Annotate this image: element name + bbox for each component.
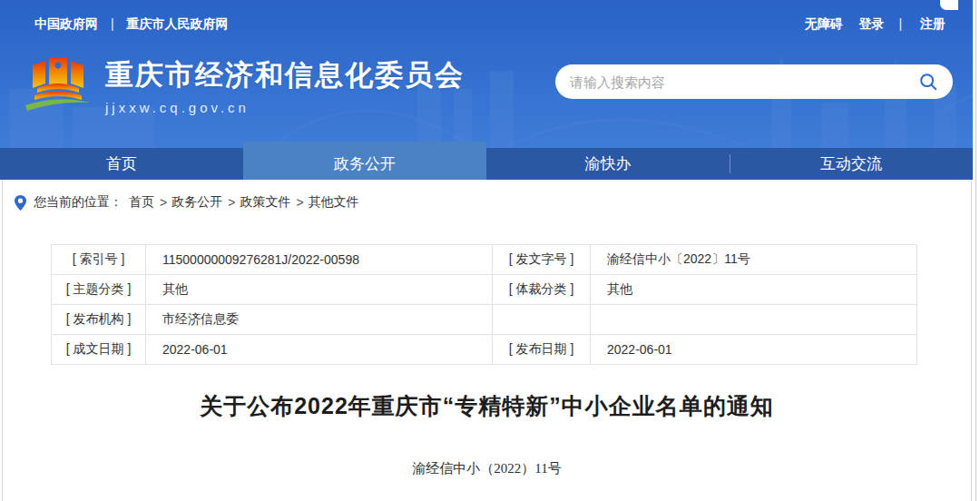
breadcrumb: 您当前的位置： 首页 > 政务公开 > 政策文件 > 其他文件 <box>3 180 971 211</box>
breadcrumb-separator: > <box>228 195 235 210</box>
meta-value-empty <box>591 305 917 335</box>
breadcrumb-label: 您当前的位置： <box>34 194 122 211</box>
meta-label-doc-symbol: [ 发文字号 ] <box>493 245 591 275</box>
accessibility-link[interactable]: 无障碍 <box>805 16 843 31</box>
nav-item-interaction[interactable]: 互动交流 <box>730 148 973 180</box>
page-corner-notch <box>940 0 958 10</box>
site-title: 重庆市经济和信息化委员会 <box>105 56 465 94</box>
meta-value-subject-category: 其他 <box>146 275 493 305</box>
site-url: jjxxw.cq.gov.cn <box>105 100 465 115</box>
search-icon[interactable] <box>918 72 938 92</box>
meta-label-empty <box>493 305 591 335</box>
meta-label-index-no: [ 索引号 ] <box>52 245 146 275</box>
breadcrumb-other-files[interactable]: 其他文件 <box>309 194 359 211</box>
meta-value-publish-date: 2022-06-01 <box>591 335 917 365</box>
topbar-separator: | <box>111 16 114 31</box>
table-row: [ 索引号 ] 11500000009276281J/2022-00598 [ … <box>52 245 917 275</box>
site-header: 中国政府网 | 重庆市人民政府网 无障碍 登录 | 注册 <box>0 0 973 148</box>
login-link[interactable]: 登录 <box>859 16 885 31</box>
meta-value-issuing-agency: 市经济信息委 <box>146 305 493 335</box>
article-title: 关于公布2022年重庆市“专精特新”中小企业名单的通知 <box>3 391 971 421</box>
meta-label-genre-category: [ 体裁分类 ] <box>493 275 591 305</box>
content-area: 您当前的位置： 首页 > 政务公开 > 政策文件 > 其他文件 [ 索引号 ] … <box>2 180 972 501</box>
meta-label-subject-category: [ 主题分类 ] <box>52 275 146 305</box>
topbar-separator: | <box>898 16 902 31</box>
breadcrumb-separator: > <box>160 195 167 210</box>
meta-value-doc-symbol: 渝经信中小〔2022〕11号 <box>591 245 917 275</box>
meta-label-issuing-agency: [ 发布机构 ] <box>52 305 146 335</box>
topbar-link-china-gov[interactable]: 中国政府网 <box>34 16 98 31</box>
nav-item-home[interactable]: 首页 <box>0 148 243 180</box>
breadcrumb-home[interactable]: 首页 <box>129 194 154 211</box>
table-row: [ 发布机构 ] 市经济信息委 <box>52 305 917 335</box>
brand-text: 重庆市经济和信息化委员会 jjxxw.cq.gov.cn <box>105 56 465 115</box>
location-pin-icon <box>15 195 26 211</box>
meta-value-genre-category: 其他 <box>591 275 917 305</box>
nav-item-yukuaiban[interactable]: 渝快办 <box>486 148 730 180</box>
search-input[interactable] <box>570 74 918 90</box>
register-link[interactable]: 注册 <box>920 16 946 31</box>
breadcrumb-policy-files[interactable]: 政策文件 <box>240 194 290 211</box>
breadcrumb-gov-info[interactable]: 政务公开 <box>172 194 222 211</box>
page-right-edge <box>973 0 980 501</box>
topbar-link-cq-gov[interactable]: 重庆市人民政府网 <box>126 16 228 31</box>
topbar-right: 无障碍 登录 | 注册 <box>792 16 946 33</box>
document-meta-table: [ 索引号 ] 11500000009276281J/2022-00598 [ … <box>51 244 917 365</box>
topbar-left: 中国政府网 | 重庆市人民政府网 <box>34 16 228 33</box>
document-number: 渝经信中小（2022）11号 <box>3 460 971 477</box>
main-nav: 首页 政务公开 渝快办 互动交流 <box>0 148 973 180</box>
breadcrumb-separator: > <box>296 195 303 210</box>
meta-value-index-no: 11500000009276281J/2022-00598 <box>146 245 493 275</box>
nav-item-gov-info[interactable]: 政务公开 <box>243 142 486 180</box>
table-row: [ 主题分类 ] 其他 [ 体裁分类 ] 其他 <box>52 275 917 305</box>
meta-label-written-date: [ 成文日期 ] <box>52 335 146 365</box>
table-row: [ 成文日期 ] 2022-06-01 [ 发布日期 ] 2022-06-01 <box>52 335 917 365</box>
search-box <box>555 64 953 99</box>
topbar: 中国政府网 | 重庆市人民政府网 无障碍 登录 | 注册 <box>0 0 973 33</box>
meta-value-written-date: 2022-06-01 <box>146 335 493 365</box>
page: 中国政府网 | 重庆市人民政府网 无障碍 登录 | 注册 <box>0 0 973 501</box>
meta-label-publish-date: [ 发布日期 ] <box>493 335 591 365</box>
site-brand[interactable]: 重庆市经济和信息化委员会 jjxxw.cq.gov.cn <box>24 51 465 120</box>
site-logo-icon <box>24 51 93 120</box>
